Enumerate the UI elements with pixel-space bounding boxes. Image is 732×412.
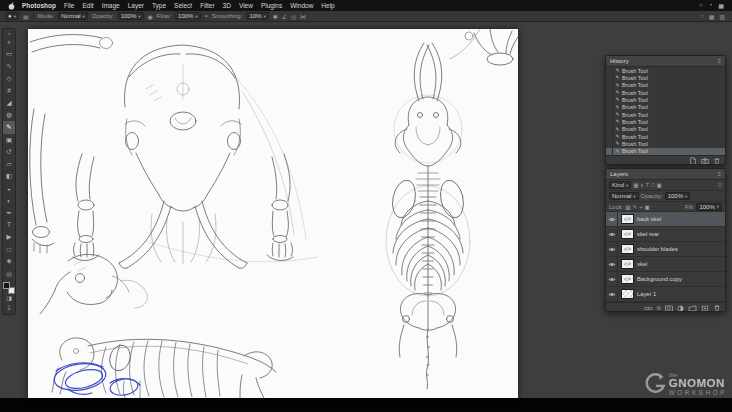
layer-name[interactable]: shoulder blades — [637, 246, 678, 252]
foreground-color-swatch[interactable] — [3, 282, 10, 289]
lock-pixels-icon[interactable]: ✎ — [633, 204, 638, 210]
filter-type-layers-icon[interactable]: T — [646, 182, 649, 188]
lock-all-icon[interactable]: ▣ — [644, 204, 649, 210]
menu-item[interactable]: 3D — [219, 2, 235, 9]
history-entry[interactable]: ✎ Brush Tool — [606, 82, 725, 89]
panel-menu-icon[interactable]: ≡ — [717, 171, 721, 177]
fill-dropdown[interactable]: 100%▾ — [696, 203, 722, 211]
zoom-search-icon[interactable]: ○ — [700, 13, 704, 20]
layer-visibility-toggle[interactable] — [606, 287, 618, 301]
screen-mode-button[interactable]: ▯ — [3, 303, 15, 312]
brush-settings-panel-icon[interactable]: ▤ — [23, 13, 29, 20]
clone-stamp-tool[interactable]: ▣ — [3, 134, 15, 146]
layer-thumbnail[interactable] — [621, 229, 634, 239]
history-source-toggle[interactable] — [606, 148, 613, 155]
layer-filter-dropdown[interactable]: Kind▾ — [609, 181, 631, 189]
menu-item[interactable]: Window — [286, 2, 317, 9]
link-layers-icon[interactable] — [644, 305, 653, 312]
history-source-toggle[interactable] — [606, 96, 613, 103]
lock-transparency-icon[interactable]: ▨ — [625, 204, 630, 210]
flow-dropdown[interactable]: 100%▾ — [175, 12, 201, 20]
marquee-tool[interactable]: ▭ — [3, 48, 15, 60]
layer-name[interactable]: Background copy — [637, 276, 682, 282]
adjustment-layer-icon[interactable] — [677, 305, 684, 312]
layer-row[interactable]: Layer 1 — [606, 287, 725, 302]
history-entry[interactable]: ✎ Brush Tool — [606, 111, 725, 118]
eraser-tool[interactable]: ▱ — [3, 158, 15, 170]
history-entry[interactable]: ✎ Brush Tool — [606, 133, 725, 140]
gradient-tool[interactable]: ◧ — [3, 170, 15, 182]
history-entry[interactable]: ✎ Brush Tool — [606, 104, 725, 111]
arrange-grid-icon[interactable]: ▦ — [709, 13, 715, 20]
history-entry[interactable]: ✎ Brush Tool — [606, 89, 725, 96]
history-entry[interactable]: ✎ Brush Tool — [606, 118, 725, 125]
delete-layer-trash-icon[interactable] — [713, 304, 721, 312]
layer-thumbnail[interactable] — [621, 289, 634, 299]
quick-selection-tool[interactable]: ◇ — [3, 73, 15, 85]
history-brush-tool[interactable]: ↺ — [3, 146, 15, 158]
quick-mask-button[interactable]: ◨ — [3, 294, 15, 303]
eyedropper-tool[interactable]: ◢ — [3, 97, 15, 109]
menu-item[interactable]: View — [235, 2, 257, 9]
history-source-toggle[interactable] — [606, 126, 613, 133]
layer-visibility-toggle[interactable] — [606, 212, 618, 226]
menu-item[interactable]: Type — [148, 2, 170, 9]
healing-brush-tool[interactable]: ◍ — [3, 109, 15, 121]
hand-tool[interactable]: ◈ — [3, 255, 15, 267]
panel-menu-icon[interactable]: ≡ — [717, 58, 721, 64]
pressure-opacity-icon[interactable]: ◉ — [148, 13, 153, 20]
history-source-toggle[interactable] — [606, 104, 613, 111]
layer-name[interactable]: Layer 1 — [637, 291, 656, 297]
search-icon[interactable]: ○ — [699, 2, 703, 9]
path-selection-tool[interactable]: ▶ — [3, 231, 15, 243]
filter-toggle-icon[interactable]: ▽ — [718, 182, 722, 188]
layer-row[interactable]: Background copy — [606, 272, 725, 287]
symmetry-icon[interactable]: ⋈ — [300, 13, 306, 20]
layer-mask-icon[interactable] — [665, 305, 673, 312]
history-source-toggle[interactable] — [606, 118, 613, 125]
color-swatches[interactable] — [3, 282, 15, 294]
mode-dropdown[interactable]: Normal▾ — [58, 12, 88, 20]
layer-row[interactable]: back skel — [606, 212, 725, 227]
layer-thumbnail[interactable] — [621, 259, 634, 269]
lock-position-icon[interactable]: + — [639, 204, 642, 210]
layer-thumbnail[interactable] — [621, 244, 634, 254]
layers-opacity-dropdown[interactable]: 100%▾ — [665, 192, 691, 200]
shape-tool[interactable]: □ — [3, 243, 15, 255]
menu-item[interactable]: Photoshop — [18, 2, 60, 9]
history-source-toggle[interactable] — [606, 67, 613, 74]
history-source-toggle[interactable] — [606, 82, 613, 89]
delete-state-trash-icon[interactable] — [713, 157, 721, 165]
history-entry[interactable]: ✎ Brush Tool — [606, 96, 725, 103]
history-entry[interactable]: ✎ Brush Tool — [606, 74, 725, 81]
menu-item[interactable]: Layer — [124, 2, 148, 9]
layer-name[interactable]: skel — [637, 261, 647, 267]
filter-smart-objects-icon[interactable]: ▣ — [657, 182, 662, 188]
layer-visibility-toggle[interactable] — [606, 272, 618, 286]
layer-thumbnail[interactable] — [621, 274, 634, 284]
history-entry[interactable]: ✎ Brush Tool — [606, 67, 725, 74]
layer-row[interactable]: skel rear — [606, 227, 725, 242]
blur-tool[interactable]: ◒ — [3, 182, 15, 194]
history-source-toggle[interactable] — [606, 133, 613, 140]
type-tool[interactable]: T — [3, 219, 15, 231]
history-entry[interactable]: ✎ Brush Tool — [606, 148, 725, 155]
filter-adjustment-layers-icon[interactable]: ◐ — [640, 182, 643, 188]
layer-visibility-toggle[interactable] — [606, 242, 618, 256]
layer-row[interactable]: shoulder blades — [606, 242, 725, 257]
airbrush-icon[interactable]: ≈ — [205, 13, 208, 19]
opacity-dropdown[interactable]: 100%▾ — [118, 12, 144, 20]
brush-angle-icon[interactable]: ∠ — [282, 13, 287, 20]
history-entry[interactable]: ✎ Brush Tool — [606, 126, 725, 133]
filter-shape-layers-icon[interactable]: □ — [651, 182, 654, 188]
menu-item[interactable]: Select — [170, 2, 196, 9]
history-source-toggle[interactable] — [606, 111, 613, 118]
layer-visibility-toggle[interactable] — [606, 257, 618, 271]
pressure-size-icon[interactable]: ◎ — [291, 13, 296, 20]
layer-name[interactable]: skel rear — [637, 231, 659, 237]
layer-thumbnail[interactable] — [621, 214, 634, 224]
menu-item[interactable]: Edit — [78, 2, 97, 9]
brush-tool[interactable]: ✎ — [3, 121, 15, 133]
layer-row[interactable]: skel — [606, 257, 725, 272]
crop-tool[interactable]: # — [3, 85, 15, 97]
